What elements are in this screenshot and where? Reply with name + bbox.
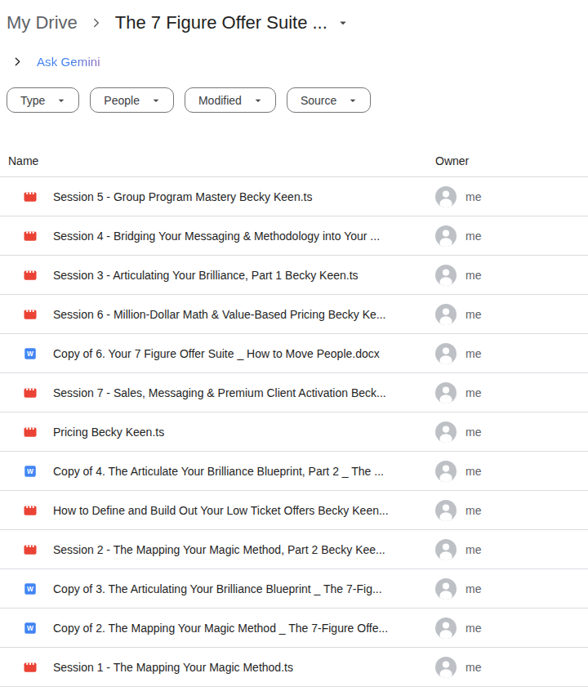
- file-row[interactable]: How to Define and Build Out Your Low Tic…: [0, 491, 588, 530]
- svg-text:W: W: [27, 586, 33, 593]
- file-icon-cell: [23, 189, 38, 204]
- arrow-drop-down-icon: [149, 94, 163, 107]
- file-row[interactable]: Session 2 - The Mapping Your Magic Metho…: [0, 530, 588, 569]
- filter-chip-label: People: [104, 94, 140, 107]
- file-table: Name Owner Session 5 - Group Program Mas…: [0, 145, 588, 687]
- video-file-icon: [23, 189, 38, 204]
- file-name: How to Define and Build Out Your Low Tic…: [53, 504, 435, 517]
- filter-chip-modified[interactable]: Modified: [185, 87, 276, 113]
- owner-name: me: [466, 308, 481, 321]
- file-row[interactable]: Session 7 - Sales, Messaging & Premium C…: [0, 373, 588, 412]
- owner-avatar-icon: [435, 618, 457, 639]
- table-header-row: Name Owner: [0, 145, 588, 177]
- owner-cell: me: [435, 578, 588, 600]
- file-name: Pricing Becky Keen.ts: [53, 426, 435, 439]
- owner-avatar-icon: [435, 500, 457, 521]
- chevron-right-icon: [12, 56, 23, 67]
- owner-name: me: [466, 190, 481, 203]
- folder-dropdown-caret-icon[interactable]: [336, 16, 350, 30]
- file-icon-cell: [23, 386, 38, 400]
- owner-name: me: [466, 504, 481, 517]
- owner-name: me: [466, 465, 481, 478]
- owner-avatar-icon: [435, 265, 457, 286]
- owner-name: me: [466, 347, 481, 360]
- breadcrumb-my-drive[interactable]: My Drive: [7, 12, 78, 33]
- word-doc-icon: W: [23, 464, 38, 479]
- file-name: Session 3 - Articulating Your Brilliance…: [53, 269, 435, 282]
- file-icon-cell: W: [23, 621, 38, 635]
- owner-name: me: [466, 386, 481, 399]
- word-doc-icon: W: [23, 582, 38, 596]
- video-file-icon: [23, 229, 38, 243]
- video-file-icon: [23, 660, 38, 675]
- word-doc-icon: W: [23, 346, 38, 361]
- filter-chip-label: Source: [301, 94, 336, 107]
- filter-chip-source[interactable]: Source: [287, 87, 371, 113]
- file-row-list: Session 5 - Group Program Mastery Becky …: [0, 177, 588, 687]
- owner-avatar-icon: [435, 382, 457, 404]
- owner-name: me: [466, 230, 481, 243]
- file-row[interactable]: Session 3 - Articulating Your Brilliance…: [0, 256, 588, 295]
- breadcrumb: My Drive The 7 Figure Offer Suite ...: [0, 0, 588, 33]
- column-header-owner[interactable]: Owner: [435, 154, 588, 167]
- owner-avatar-icon: [435, 578, 457, 600]
- file-icon-cell: W: [23, 346, 38, 361]
- chevron-right-icon: [89, 16, 104, 30]
- video-file-icon: [23, 268, 38, 283]
- file-row[interactable]: W Copy of 3. The Articulating Your Brill…: [0, 569, 588, 609]
- arrow-drop-down-icon: [346, 94, 359, 107]
- file-row[interactable]: Session 1 - The Mapping Your Magic Metho…: [0, 648, 588, 687]
- file-name: Session 1 - The Mapping Your Magic Metho…: [53, 661, 435, 674]
- owner-cell: me: [435, 382, 588, 404]
- owner-avatar-icon: [435, 539, 457, 560]
- file-icon-cell: W: [23, 582, 38, 596]
- svg-text:W: W: [27, 625, 33, 632]
- owner-avatar-icon: [435, 225, 457, 247]
- file-name: Copy of 2. The Mapping Your Magic Method…: [53, 622, 435, 635]
- filter-chip-people[interactable]: People: [90, 87, 174, 113]
- file-icon-cell: [23, 503, 38, 518]
- owner-name: me: [466, 582, 481, 595]
- owner-cell: me: [435, 304, 588, 325]
- file-row[interactable]: Pricing Becky Keen.ts me: [0, 412, 588, 452]
- file-row[interactable]: W Copy of 4. The Articulate Your Brillia…: [0, 452, 588, 491]
- video-file-icon: [23, 386, 38, 400]
- breadcrumb-current-folder[interactable]: The 7 Figure Offer Suite ...: [115, 12, 327, 33]
- owner-avatar-icon: [435, 657, 457, 678]
- svg-text:W: W: [27, 468, 33, 475]
- owner-cell: me: [435, 343, 588, 364]
- file-row[interactable]: Session 6 - Million-Dollar Math & Value-…: [0, 295, 588, 334]
- file-icon-cell: [23, 425, 38, 439]
- file-row[interactable]: Session 5 - Group Program Mastery Becky …: [0, 177, 588, 216]
- file-name: Copy of 3. The Articulating Your Brillia…: [53, 582, 435, 595]
- svg-text:W: W: [27, 350, 33, 358]
- owner-cell: me: [435, 618, 588, 639]
- owner-cell: me: [435, 500, 588, 521]
- file-row[interactable]: Session 4 - Bridging Your Messaging & Me…: [0, 216, 588, 256]
- file-icon-cell: [23, 660, 38, 675]
- file-row[interactable]: W Copy of 6. Your 7 Figure Offer Suite _…: [0, 334, 588, 373]
- ask-gemini-bar[interactable]: Ask Gemini: [0, 55, 588, 69]
- file-name: Copy of 4. The Articulate Your Brillianc…: [53, 465, 435, 478]
- owner-name: me: [466, 622, 481, 635]
- file-name: Copy of 6. Your 7 Figure Offer Suite _ H…: [53, 347, 435, 360]
- video-file-icon: [23, 503, 38, 518]
- file-row[interactable]: W Copy of 2. The Mapping Your Magic Meth…: [0, 609, 588, 648]
- owner-avatar-icon: [435, 343, 457, 364]
- filter-chip-label: Modified: [198, 94, 242, 107]
- column-header-name[interactable]: Name: [0, 154, 435, 167]
- arrow-drop-down-icon: [252, 94, 265, 107]
- file-name: Session 7 - Sales, Messaging & Premium C…: [53, 386, 435, 399]
- file-name: Session 5 - Group Program Mastery Becky …: [53, 190, 435, 203]
- filter-chip-type[interactable]: Type: [7, 87, 79, 113]
- owner-cell: me: [435, 539, 588, 560]
- owner-name: me: [466, 426, 481, 439]
- owner-cell: me: [435, 265, 588, 286]
- owner-name: me: [466, 269, 481, 282]
- word-doc-icon: W: [23, 621, 38, 635]
- owner-avatar-icon: [435, 421, 457, 443]
- video-file-icon: [23, 425, 38, 439]
- owner-name: me: [466, 543, 481, 556]
- file-icon-cell: [23, 229, 38, 243]
- filter-chip-label: Type: [20, 94, 45, 107]
